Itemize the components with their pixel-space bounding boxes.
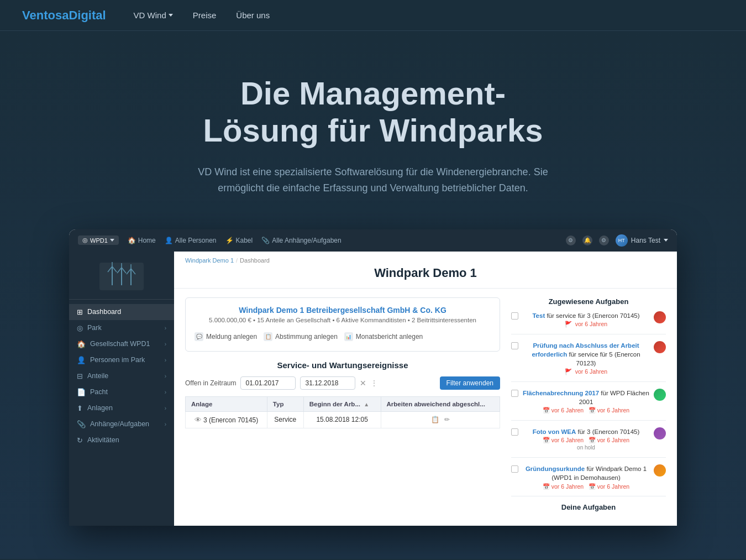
topbar-all-attachments[interactable]: 📎 Alle Anhänge/Aufgaben: [261, 237, 341, 244]
sidebar-item-anhaenge[interactable]: 📎 Anhänge/Aufgaben ›: [69, 416, 174, 432]
date-from-input[interactable]: [240, 376, 296, 390]
task-checkbox[interactable]: [511, 312, 518, 320]
svg-line-6: [122, 268, 126, 273]
sidebar-item-park[interactable]: ◎ Park ›: [69, 320, 174, 336]
list-item: Foto von WEA für 3 (Enercon 70145) 📅 vor…: [511, 427, 666, 458]
anlagen-icon: ⬆: [77, 404, 83, 412]
avatar: [654, 389, 666, 401]
breadcrumb-separator: /: [236, 257, 238, 264]
task-link[interactable]: Test: [532, 312, 545, 319]
hero-headline: Die Management- Lösung für Windparks: [152, 75, 594, 149]
table-header-beginn: Beginn der Arb... ▲: [303, 396, 381, 411]
anteile-icon: ⊟: [77, 372, 83, 380]
power-icon[interactable]: ⚙: [566, 235, 576, 245]
user-menu[interactable]: HT Hans Test: [616, 234, 668, 247]
app-topbar: ◎ WPD1 🏠 Home 👤 Alle Personen ⚡ Kabel 📎 …: [69, 229, 677, 252]
anteile-chevron-icon: ›: [165, 373, 166, 379]
sidebar-item-gesellschaft[interactable]: 🏠 Gesellschaft WPD1 ›: [69, 336, 174, 352]
nav-vd-wind[interactable]: VD Wind: [134, 11, 173, 20]
notification-icon[interactable]: 🔔: [582, 235, 592, 245]
sort-icon[interactable]: ▲: [364, 401, 369, 407]
hero-section: Die Management- Lösung für Windparks VD …: [0, 31, 746, 559]
sidebar-item-anteile[interactable]: ⊟ Anteile ›: [69, 368, 174, 384]
app-topbar-nav: 🏠 Home 👤 Alle Personen ⚡ Kabel 📎 Alle An…: [128, 237, 557, 244]
right-column: Zugewiesene Aufgaben Test für service fü…: [511, 297, 666, 517]
task-link[interactable]: Gründungsurkunde: [526, 465, 585, 472]
list-item: Flächenabrechnung 2017 für WPD Flächen 2…: [511, 389, 666, 421]
topbar-home[interactable]: 🏠 Home: [128, 237, 156, 244]
task-checkbox[interactable]: [511, 342, 518, 349]
filter-apply-btn[interactable]: Filter anwenden: [440, 376, 500, 390]
task-link[interactable]: Prüfung nach Abschluss der Arbeit erford…: [532, 342, 639, 358]
svg-line-10: [131, 269, 135, 274]
wind-turbine-icon: [102, 262, 141, 290]
abstimmung-anlegen-btn[interactable]: 📋 Abstimmung anlegen: [264, 330, 338, 343]
flag-icon: 🚩: [565, 368, 572, 375]
left-column: Windpark Demo 1 Betreibergesellschaft Gm…: [185, 297, 500, 517]
task-checkbox[interactable]: [511, 390, 518, 397]
table-header-anlage: Anlage: [186, 396, 267, 411]
task-text: Foto von WEA für 3 (Enercon 70145) 📅 vor…: [523, 427, 649, 452]
edit-icon[interactable]: 📋: [431, 416, 439, 423]
sidebar-item-aktivitaeten[interactable]: ↻ Aktivitäten: [69, 432, 174, 448]
nav-ueber-uns[interactable]: Über uns: [236, 11, 270, 20]
date-to-input[interactable]: [300, 376, 355, 390]
topbar-all-persons[interactable]: 👤 Alle Personen: [165, 237, 217, 244]
nav-links: VD Wind Preise Über uns: [134, 11, 270, 20]
task-link[interactable]: Foto von WEA: [533, 428, 576, 435]
svg-line-2: [112, 266, 117, 272]
nav-preise[interactable]: Preise: [193, 11, 217, 20]
site-logo[interactable]: Ventosa Digital: [22, 8, 106, 23]
breadcrumb-current: Dashboard: [240, 257, 270, 264]
app-project-selector[interactable]: ◎ WPD1: [78, 235, 119, 245]
sidebar-item-personen[interactable]: 👤 Personen im Park ›: [69, 352, 174, 368]
svg-line-1: [108, 266, 112, 272]
pacht-chevron-icon: ›: [165, 389, 166, 395]
anlagen-chevron-icon: ›: [165, 405, 166, 411]
monatsbericht-icon: 📊: [344, 332, 353, 341]
task-link[interactable]: Flächenabrechnung 2017: [523, 390, 599, 396]
filter-clear-icon[interactable]: ✕: [360, 379, 366, 388]
breadcrumb-parent[interactable]: Windpark Demo 1: [185, 257, 234, 264]
user-avatar: HT: [616, 234, 628, 247]
list-item: Prüfung nach Abschluss der Arbeit erford…: [511, 341, 666, 382]
service-section-title: Service- und Wartungsereignisse: [185, 360, 500, 370]
breadcrumb: Windpark Demo 1 / Dashboard: [174, 252, 677, 266]
hero-subtext: VD Wind ist eine spezialisierte Software…: [174, 164, 572, 196]
topbar-kabel[interactable]: ⚡ Kabel: [225, 237, 253, 244]
task-checkbox[interactable]: [511, 428, 518, 436]
task-text: Prüfung nach Abschluss der Arbeit erford…: [523, 341, 649, 376]
filter-more-icon[interactable]: ⋮: [371, 379, 377, 387]
table-row: 👁 3 (Enercon 70145) Service 15.08.2018 1…: [186, 411, 500, 428]
sidebar-item-dashboard[interactable]: ⊞ Dashboard: [69, 304, 174, 320]
logo-digital: Digital: [69, 8, 106, 23]
task-text: Gründungsurkunde für Windpark Demo 1 (WP…: [523, 464, 649, 490]
sidebar-item-anlagen[interactable]: ⬆ Anlagen ›: [69, 400, 174, 416]
task-checkbox[interactable]: [511, 465, 518, 473]
pencil-icon[interactable]: ✏: [444, 416, 450, 423]
app-body: ⊞ Dashboard ◎ Park › 🏠 Gesellschaft WPD1: [69, 252, 677, 526]
task-meta: 📅 vor 6 Jahren 📅 vor 6 Jahren: [523, 406, 649, 415]
company-name[interactable]: Windpark Demo 1 Betreibergesellschaft Gm…: [195, 306, 491, 315]
sidebar-item-pacht[interactable]: 📄 Pacht ›: [69, 384, 174, 400]
project-chevron-icon: [110, 239, 114, 242]
avatar: [654, 311, 666, 323]
gesellschaft-chevron-icon: ›: [165, 341, 166, 347]
topbar-icons: ⚙ 🔔 ⚙ HT Hans Test: [566, 234, 668, 247]
meldung-anlegen-btn[interactable]: 💬 Meldung anlegen: [195, 330, 257, 343]
settings-icon[interactable]: ⚙: [599, 235, 609, 245]
anhaenge-icon: 📎: [77, 420, 86, 428]
sidebar: ⊞ Dashboard ◎ Park › 🏠 Gesellschaft WPD1: [69, 252, 174, 526]
table-header-typ: Typ: [267, 396, 303, 411]
avatar: [654, 427, 666, 439]
park-icon: ◎: [77, 324, 83, 332]
monatsbericht-anlegen-btn[interactable]: 📊 Monatsbericht anlegen: [344, 330, 423, 343]
company-meta: 5.000.000,00 € • 15 Anteile an Gesellsch…: [195, 317, 491, 323]
avatar: [654, 464, 666, 477]
personen-icon: 👤: [77, 356, 86, 364]
meldung-icon: 💬: [195, 332, 203, 341]
sidebar-logo: [69, 258, 174, 300]
eye-icon[interactable]: 👁: [195, 416, 202, 424]
chevron-down-icon: [169, 14, 173, 17]
task-meta: 📅 vor 6 Jahren 📅 vor 6 Jahren: [523, 436, 649, 444]
